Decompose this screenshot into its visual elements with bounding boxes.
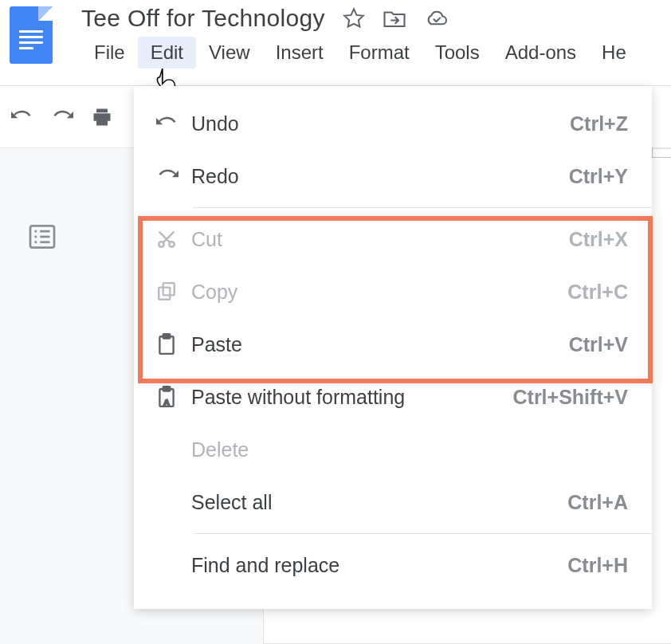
menu-format[interactable]: Format	[336, 37, 422, 69]
menu-item-undo[interactable]: Undo Ctrl+Z	[134, 97, 652, 150]
menu-separator	[193, 207, 652, 208]
undo-icon	[156, 116, 191, 132]
svg-rect-11	[163, 283, 175, 295]
svg-rect-13	[163, 334, 171, 338]
menu-item-label: Copy	[191, 281, 567, 304]
undo-button[interactable]	[11, 108, 33, 126]
menu-item-cut[interactable]: Cut Ctrl+X	[134, 213, 652, 265]
menu-item-find-replace[interactable]: Find and replace Ctrl+H	[134, 539, 652, 591]
print-button[interactable]	[91, 107, 113, 128]
cut-icon	[156, 229, 191, 249]
menu-item-delete[interactable]: Delete	[134, 423, 652, 476]
svg-marker-0	[344, 9, 363, 26]
copy-icon	[156, 281, 191, 302]
menu-item-label: Redo	[191, 165, 569, 188]
svg-text:A: A	[164, 398, 170, 406]
paste-icon	[156, 333, 191, 355]
header-right: Tee Off for Technology File Edit View In…	[81, 5, 671, 69]
menu-item-copy[interactable]: Copy Ctrl+C	[134, 265, 652, 318]
menu-item-shortcut: Ctrl+A	[567, 491, 628, 514]
star-icon[interactable]	[343, 7, 365, 29]
menu-addons[interactable]: Add-ons	[492, 37, 589, 69]
menu-item-label: Paste without formatting	[191, 386, 513, 409]
docs-app-icon[interactable]	[10, 6, 53, 64]
menu-item-label: Find and replace	[191, 554, 567, 577]
menu-item-shortcut: Ctrl+C	[567, 281, 628, 304]
menu-item-shortcut: Ctrl+Y	[569, 165, 628, 188]
svg-rect-15	[163, 387, 171, 391]
menu-item-shortcut: Ctrl+Z	[570, 112, 628, 135]
menu-help[interactable]: He	[589, 37, 639, 69]
svg-rect-10	[159, 288, 170, 300]
menu-item-shortcut: Ctrl+Shift+V	[513, 386, 628, 409]
title-row: Tee Off for Technology	[81, 5, 671, 32]
paste-no-format-icon: A	[156, 386, 191, 408]
edit-dropdown: Undo Ctrl+Z Redo Ctrl+Y Cut Ctrl+X Copy …	[134, 86, 652, 609]
menu-item-paste-no-format[interactable]: A Paste without formatting Ctrl+Shift+V	[134, 371, 652, 423]
menu-tools[interactable]: Tools	[422, 37, 492, 69]
menu-item-label: Select all	[191, 491, 567, 514]
menu-edit[interactable]: Edit	[138, 37, 196, 69]
menu-item-paste[interactable]: Paste Ctrl+V	[134, 318, 652, 371]
menu-item-label: Paste	[191, 333, 569, 356]
move-folder-icon[interactable]	[383, 8, 406, 29]
ruler-fragment	[652, 148, 671, 158]
menu-item-redo[interactable]: Redo Ctrl+Y	[134, 150, 652, 202]
menu-item-shortcut: Ctrl+X	[569, 228, 628, 251]
menu-item-label: Cut	[191, 228, 569, 251]
header: Tee Off for Technology File Edit View In…	[0, 0, 671, 86]
menu-item-select-all[interactable]: Select all Ctrl+A	[134, 476, 652, 528]
menu-view[interactable]: View	[196, 37, 263, 69]
menubar: File Edit View Insert Format Tools Add-o…	[81, 37, 671, 69]
document-outline-icon[interactable]	[29, 225, 56, 252]
cloud-saved-icon[interactable]	[424, 9, 449, 28]
menu-item-shortcut: Ctrl+H	[567, 554, 628, 577]
menu-insert[interactable]: Insert	[263, 37, 336, 69]
document-title[interactable]: Tee Off for Technology	[81, 5, 325, 32]
menu-item-label: Undo	[191, 112, 570, 135]
menu-item-label: Delete	[191, 438, 628, 461]
menu-separator	[193, 533, 652, 534]
redo-button[interactable]	[51, 108, 73, 126]
redo-icon	[156, 168, 191, 184]
menu-item-shortcut: Ctrl+V	[569, 333, 628, 356]
menu-file[interactable]: File	[81, 37, 138, 69]
